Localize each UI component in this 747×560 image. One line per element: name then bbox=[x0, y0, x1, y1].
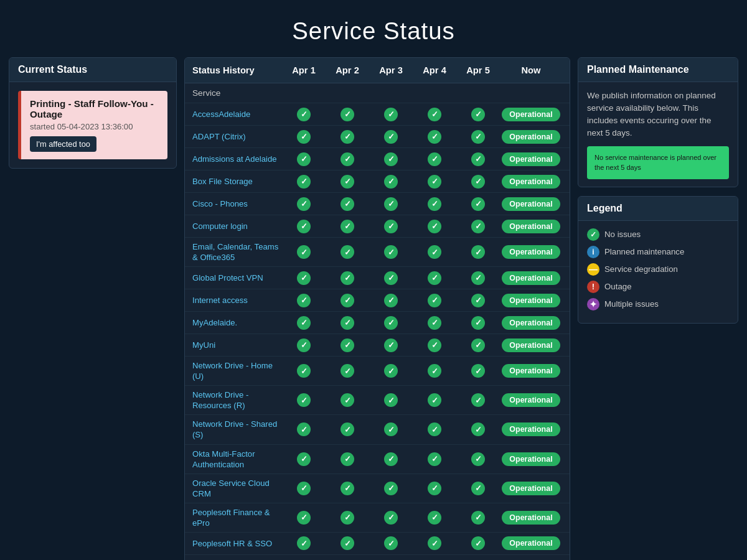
status-cell-apr5: ✓ bbox=[456, 511, 500, 525]
ok-status-icon: ✓ bbox=[297, 393, 311, 407]
status-cell-apr5: ✓ bbox=[456, 294, 500, 307]
ok-status-icon: ✓ bbox=[341, 536, 354, 550]
ok-status-icon: ✓ bbox=[428, 271, 441, 285]
service-name[interactable]: Peoplesoft Finance & ePro bbox=[192, 503, 282, 532]
status-cell-apr4: ✓ bbox=[413, 452, 456, 466]
service-name[interactable]: Okta Multi-Factor Authentication bbox=[192, 445, 282, 474]
service-name[interactable]: Network Drive - Home (U) bbox=[192, 357, 282, 385]
service-name[interactable]: Cisco - Phones bbox=[192, 195, 282, 213]
table-row: Network Drive - Shared (S)✓✓✓✓✓ Operatio… bbox=[185, 415, 570, 444]
ok-status-icon: ✓ bbox=[384, 175, 398, 189]
col-apr5: Apr 5 bbox=[456, 58, 500, 83]
planned-maintenance-panel: Planned Maintenance We publish informati… bbox=[578, 57, 738, 187]
status-cell-apr5: ✓ bbox=[456, 364, 500, 378]
table-row: AccessAdelaide✓✓✓✓✓ Operational bbox=[185, 103, 570, 126]
ok-status-icon: ✓ bbox=[384, 536, 398, 550]
legend-header: Legend bbox=[578, 197, 738, 221]
status-cell-apr3: ✓ bbox=[369, 338, 413, 352]
ok-status-icon: ✓ bbox=[341, 294, 354, 307]
ok-status-icon: ✓ bbox=[384, 364, 398, 378]
ok-status-icon: ✓ bbox=[471, 536, 485, 550]
status-cell-apr5: ✓ bbox=[456, 245, 500, 259]
table-row: Network Drive - Home (U)✓✓✓✓✓ Operationa… bbox=[185, 357, 570, 386]
status-cell-apr1: ✓ bbox=[282, 536, 326, 550]
status-cell-apr1: ✓ bbox=[282, 338, 326, 352]
ok-status-icon: ✓ bbox=[341, 271, 354, 285]
ok-status-icon: ✓ bbox=[297, 316, 311, 330]
status-cell-apr4: ✓ bbox=[413, 220, 456, 233]
status-cell-apr5: ✓ bbox=[456, 338, 500, 352]
service-name[interactable]: Internet access bbox=[192, 291, 282, 309]
service-name[interactable]: Global Protect VPN bbox=[192, 269, 282, 287]
ok-status-icon: ✓ bbox=[428, 245, 441, 259]
table-row: ADAPT (Citrix)✓✓✓✓✓ Operational bbox=[185, 126, 570, 148]
status-cell-apr2: ✓ bbox=[326, 220, 369, 233]
service-name[interactable]: Network Drive - Shared (S) bbox=[192, 415, 282, 444]
service-name[interactable]: Peoplesoft HR & SSO bbox=[192, 534, 282, 553]
status-cell-apr3: ✓ bbox=[369, 175, 413, 189]
table-row: Internet access✓✓✓✓✓ Operational bbox=[185, 289, 570, 312]
status-cell-now: Operational bbox=[500, 152, 562, 166]
ok-status-icon: ✓ bbox=[428, 338, 441, 352]
ok-status-icon: ✓ bbox=[384, 393, 398, 407]
service-name[interactable]: Oracle Service Cloud CRM bbox=[192, 474, 282, 503]
status-cell-apr4: ✓ bbox=[413, 130, 456, 144]
col-apr4: Apr 4 bbox=[413, 58, 456, 83]
outage-title: Printing - Staff Follow-You - Outage bbox=[30, 98, 160, 119]
ok-status-icon: ✓ bbox=[341, 316, 354, 330]
service-name[interactable]: Network Drive - Resources (R) bbox=[192, 386, 282, 414]
status-cell-apr4: ✓ bbox=[413, 393, 456, 407]
legend-label-multi: Multiple issues bbox=[604, 299, 659, 309]
affected-button[interactable]: I'm affected too bbox=[30, 136, 96, 152]
no-maintenance-box: No service maintenance is planned over t… bbox=[587, 146, 729, 179]
ok-status-icon: ✓ bbox=[471, 316, 485, 330]
ok-status-icon: ✓ bbox=[341, 393, 354, 407]
service-name[interactable]: Admissions at Adelaide bbox=[192, 150, 282, 168]
status-cell-apr1: ✓ bbox=[282, 175, 326, 189]
status-badge: Operational bbox=[502, 316, 560, 330]
service-name[interactable]: AccessAdelaide bbox=[192, 105, 282, 123]
ok-status-icon: ✓ bbox=[471, 422, 485, 436]
status-cell-apr1: ✓ bbox=[282, 393, 326, 407]
table-header-row: Status History Apr 1 Apr 2 Apr 3 Apr 4 A… bbox=[185, 58, 570, 83]
status-cell-apr5: ✓ bbox=[456, 536, 500, 550]
service-name[interactable]: Email, Calendar, Teams & Office365 bbox=[192, 238, 282, 266]
ok-status-icon: ✓ bbox=[297, 294, 311, 307]
status-cell-apr2: ✓ bbox=[326, 152, 369, 166]
status-badge: Operational bbox=[502, 338, 560, 352]
status-badge: Operational bbox=[502, 175, 560, 189]
ok-status-icon: ✓ bbox=[297, 197, 311, 211]
status-cell-apr1: ✓ bbox=[282, 316, 326, 330]
service-name[interactable]: ADAPT (Citrix) bbox=[192, 128, 282, 146]
service-name[interactable]: Computer login bbox=[192, 217, 282, 235]
status-badge: Operational bbox=[502, 152, 560, 166]
status-cell-now: Operational bbox=[500, 175, 562, 189]
status-cell-apr1: ✓ bbox=[282, 152, 326, 166]
status-cell-apr4: ✓ bbox=[413, 108, 456, 121]
ok-status-icon: ✓ bbox=[428, 316, 441, 330]
status-cell-apr5: ✓ bbox=[456, 152, 500, 166]
service-name[interactable]: Box File Storage bbox=[192, 172, 282, 190]
status-cell-apr4: ✓ bbox=[413, 316, 456, 330]
ok-status-icon: ✓ bbox=[471, 338, 485, 352]
status-cell-apr3: ✓ bbox=[369, 452, 413, 466]
ok-status-icon: ✓ bbox=[297, 108, 311, 121]
status-cell-apr1: ✓ bbox=[282, 482, 326, 495]
ok-status-icon: ✓ bbox=[341, 220, 354, 233]
ok-status-icon: ✓ bbox=[471, 152, 485, 166]
legend-item-multi: ✦ Multiple issues bbox=[587, 298, 729, 310]
status-cell-now: Operational bbox=[500, 294, 562, 307]
service-name[interactable]: MyUni bbox=[192, 336, 282, 354]
status-cell-apr3: ✓ bbox=[369, 294, 413, 307]
service-name[interactable]: MyAdelaide. bbox=[192, 314, 282, 332]
legend-item-degradation: — Service degradation bbox=[587, 263, 729, 276]
status-cell-now: Operational bbox=[500, 316, 562, 330]
service-name[interactable]: Printing - Staff Follow-You bbox=[192, 555, 282, 560]
status-cell-apr1: ✓ bbox=[282, 422, 326, 436]
ok-status-icon: ✓ bbox=[428, 364, 441, 378]
status-cell-apr1: ✓ bbox=[282, 364, 326, 378]
ok-status-icon: ✓ bbox=[384, 220, 398, 233]
table-row: Box File Storage✓✓✓✓✓ Operational bbox=[185, 170, 570, 193]
legend-item-planned: i Planned maintenance bbox=[587, 246, 729, 258]
status-cell-apr1: ✓ bbox=[282, 108, 326, 121]
